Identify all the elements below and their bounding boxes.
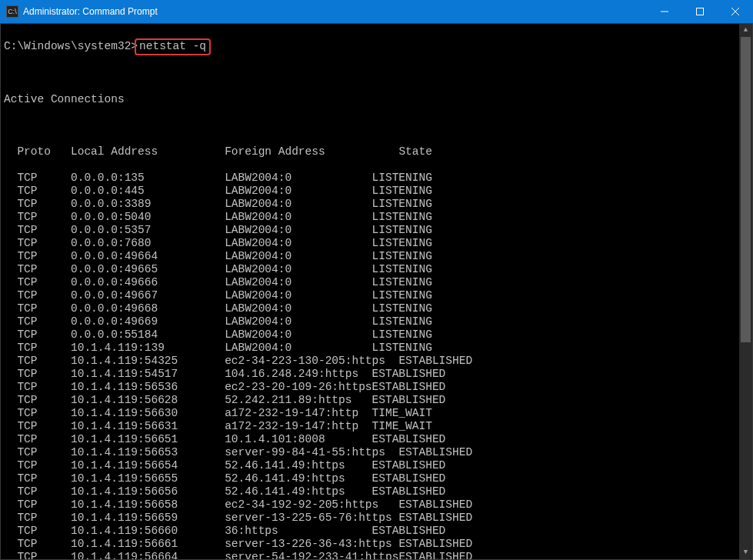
terminal-output[interactable]: C:\Windows\system32>netstat -q Active Co… bbox=[0, 23, 753, 560]
cell-foreign: LABW2004:0 bbox=[225, 328, 372, 342]
cell-proto: TCP bbox=[17, 459, 71, 472]
maximize-button[interactable] bbox=[682, 0, 718, 23]
cell-state: ESTABLISHED bbox=[372, 485, 446, 498]
table-row: TCP10.1.4.119:56630a172-232-19-147:httpT… bbox=[4, 407, 752, 420]
minimize-button[interactable] bbox=[647, 0, 682, 23]
scroll-thumb[interactable] bbox=[741, 37, 751, 342]
table-row: TCP10.1.4.119:56659server-13-225-65-76:h… bbox=[4, 512, 752, 525]
cell-foreign: LABW2004:0 bbox=[225, 211, 372, 224]
prompt-path: C:\Windows\system32> bbox=[4, 40, 138, 52]
cell-local: 10.1.4.119:54325 bbox=[71, 355, 225, 368]
cell-state: LISTENING bbox=[372, 276, 432, 289]
titlebar[interactable]: C:\ Administrator: Command Prompt bbox=[0, 0, 753, 23]
cell-local: 10.1.4.119:54517 bbox=[71, 368, 225, 381]
cell-foreign: LABW2004:0 bbox=[225, 289, 372, 302]
cell-local: 0.0.0.0:49668 bbox=[71, 302, 225, 315]
cell-state: LISTENING bbox=[372, 315, 432, 328]
cell-foreign: LABW2004:0 bbox=[225, 198, 372, 211]
cell-foreign: 104.16.248.249:https bbox=[225, 368, 372, 381]
cell-state: LISTENING bbox=[372, 328, 432, 342]
cell-proto: TCP bbox=[17, 355, 71, 368]
table-row: TCP0.0.0.0:445LABW2004:0LISTENING bbox=[4, 185, 752, 198]
scroll-up-icon[interactable]: ▲ bbox=[739, 24, 752, 37]
cell-foreign: ec2-23-20-109-26:https bbox=[225, 381, 372, 394]
table-row: TCP10.1.4.119:5665452.46.141.49:httpsEST… bbox=[4, 459, 752, 472]
table-row: TCP10.1.4.119:5666036:httpsESTABLISHED bbox=[4, 525, 752, 538]
cell-proto: TCP bbox=[17, 525, 71, 538]
cell-proto: TCP bbox=[17, 198, 71, 211]
cell-local: 0.0.0.0:49667 bbox=[71, 289, 225, 302]
cell-proto: TCP bbox=[17, 433, 71, 446]
cell-foreign: 52.46.141.49:https bbox=[225, 472, 372, 485]
cell-state: LISTENING bbox=[372, 211, 432, 224]
cell-foreign: LABW2004:0 bbox=[225, 276, 372, 289]
table-row: TCP0.0.0.0:49666LABW2004:0LISTENING bbox=[4, 276, 752, 289]
table-row: TCP0.0.0.0:5040LABW2004:0LISTENING bbox=[4, 211, 752, 224]
cell-foreign: 52.46.141.49:https bbox=[225, 459, 372, 472]
cell-local: 10.1.4.119:56661 bbox=[71, 538, 225, 551]
header-proto: Proto bbox=[17, 145, 71, 158]
cell-proto: TCP bbox=[17, 381, 71, 394]
table-row: TCP0.0.0.0:135LABW2004:0LISTENING bbox=[4, 172, 752, 185]
cell-foreign: LABW2004:0 bbox=[225, 342, 372, 355]
cell-state: ESTABLISHED bbox=[398, 512, 472, 525]
table-row: TCP10.1.4.119:5665110.1.4.101:8008ESTABL… bbox=[4, 433, 752, 446]
header-foreign: Foreign Address bbox=[225, 145, 398, 158]
cell-local: 0.0.0.0:7680 bbox=[71, 237, 225, 250]
table-row: TCP10.1.4.119:5665552.46.141.49:httpsEST… bbox=[4, 472, 752, 485]
cell-proto: TCP bbox=[17, 250, 71, 263]
cell-local: 0.0.0.0:445 bbox=[71, 185, 225, 198]
cell-proto: TCP bbox=[17, 485, 71, 498]
cell-proto: TCP bbox=[17, 551, 71, 560]
cell-proto: TCP bbox=[17, 276, 71, 289]
cell-state: LISTENING bbox=[372, 342, 432, 355]
cell-state: ESTABLISHED bbox=[398, 498, 472, 512]
cell-local: 0.0.0.0:135 bbox=[71, 172, 225, 185]
table-row: TCP0.0.0.0:3389LABW2004:0LISTENING bbox=[4, 198, 752, 211]
table-row: TCP0.0.0.0:49667LABW2004:0LISTENING bbox=[4, 289, 752, 302]
cell-local: 10.1.4.119:56631 bbox=[71, 420, 225, 433]
cell-local: 10.1.4.119:56630 bbox=[71, 407, 225, 420]
cell-proto: TCP bbox=[17, 315, 71, 328]
cell-proto: TCP bbox=[17, 172, 71, 185]
cell-foreign: server-99-84-41-55:https bbox=[225, 446, 398, 459]
table-row: TCP10.1.4.119:139LABW2004:0LISTENING bbox=[4, 342, 752, 355]
cell-local: 0.0.0.0:49666 bbox=[71, 276, 225, 289]
table-row: TCP0.0.0.0:49665LABW2004:0LISTENING bbox=[4, 263, 752, 276]
cell-proto: TCP bbox=[17, 368, 71, 381]
cell-foreign: LABW2004:0 bbox=[225, 185, 372, 198]
cell-foreign: LABW2004:0 bbox=[225, 315, 372, 328]
cell-local: 10.1.4.119:56656 bbox=[71, 485, 225, 498]
cell-state: ESTABLISHED bbox=[372, 368, 446, 381]
cell-state: ESTABLISHED bbox=[398, 355, 472, 368]
cell-local: 10.1.4.119:56651 bbox=[71, 433, 225, 446]
scroll-down-icon[interactable]: ▼ bbox=[739, 546, 752, 559]
table-row: TCP0.0.0.0:49664LABW2004:0LISTENING bbox=[4, 250, 752, 263]
scroll-track[interactable] bbox=[739, 37, 752, 546]
table-row: TCP10.1.4.119:5665652.46.141.49:httpsEST… bbox=[4, 485, 752, 498]
close-button[interactable] bbox=[718, 0, 753, 23]
cell-state: LISTENING bbox=[372, 198, 432, 211]
cell-state: LISTENING bbox=[372, 289, 432, 302]
cell-local: 0.0.0.0:5357 bbox=[71, 224, 225, 237]
cell-foreign: 10.1.4.101:8008 bbox=[225, 433, 372, 446]
cell-state: LISTENING bbox=[372, 172, 432, 185]
cmd-window: C:\ Administrator: Command Prompt C:\Win… bbox=[0, 0, 753, 560]
cell-state: ESTABLISHED bbox=[372, 394, 446, 407]
cell-state: ESTABLISHED bbox=[398, 551, 472, 560]
cell-foreign: LABW2004:0 bbox=[225, 172, 372, 185]
table-row: TCP10.1.4.119:54517104.16.248.249:httpsE… bbox=[4, 368, 752, 381]
cell-proto: TCP bbox=[17, 224, 71, 237]
cell-foreign: 52.46.141.49:https bbox=[225, 485, 372, 498]
cell-state: TIME_WAIT bbox=[372, 420, 432, 433]
cell-proto: TCP bbox=[17, 472, 71, 485]
svg-rect-0 bbox=[697, 8, 704, 15]
cell-foreign: server-54-192-233-41:https bbox=[225, 551, 398, 560]
cell-proto: TCP bbox=[17, 302, 71, 315]
cell-state: LISTENING bbox=[372, 237, 432, 250]
cell-proto: TCP bbox=[17, 185, 71, 198]
cell-foreign: LABW2004:0 bbox=[225, 302, 372, 315]
table-row: TCP0.0.0.0:5357LABW2004:0LISTENING bbox=[4, 224, 752, 237]
vertical-scrollbar[interactable]: ▲ ▼ bbox=[739, 24, 752, 559]
cell-state: ESTABLISHED bbox=[372, 525, 446, 538]
